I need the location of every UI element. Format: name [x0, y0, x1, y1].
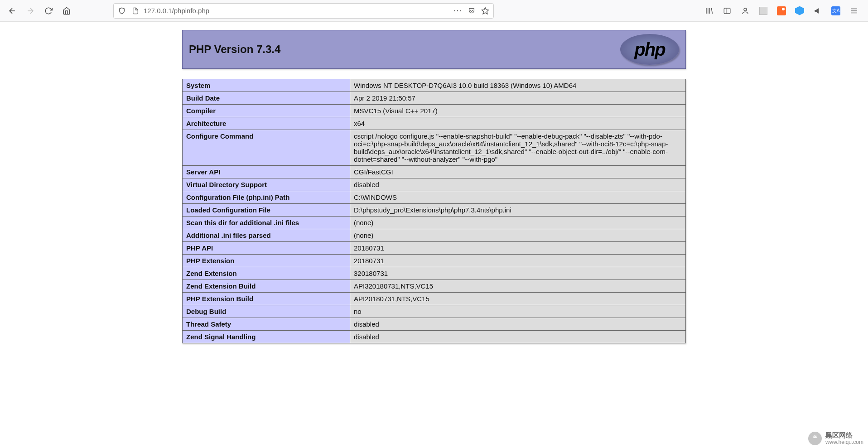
- table-row: Additional .ini files parsed(none): [183, 229, 686, 242]
- table-row: Debug Buildno: [183, 305, 686, 318]
- phpinfo-key: Virtual Directory Support: [183, 178, 350, 191]
- home-button[interactable]: [59, 3, 74, 19]
- phpinfo-value: 20180731: [350, 255, 686, 267]
- phpinfo-value: Windows NT DESKTOP-D7Q6AI3 10.0 build 18…: [350, 79, 686, 92]
- phpinfo-key: Loaded Configuration File: [183, 204, 350, 217]
- extension-generic-icon[interactable]: [757, 5, 769, 17]
- pocket-icon[interactable]: [466, 5, 477, 16]
- extension-translate-icon[interactable]: 文A: [830, 5, 842, 17]
- arrow-left-icon: [8, 6, 17, 15]
- url-bar[interactable]: ···: [113, 3, 494, 19]
- table-row: Loaded Configuration FileD:\phpstudy_pro…: [183, 204, 686, 217]
- table-row: PHP Extension20180731: [183, 255, 686, 267]
- phpinfo-key: Architecture: [183, 117, 350, 130]
- reload-button[interactable]: [41, 3, 56, 19]
- url-input[interactable]: [144, 7, 450, 14]
- phpinfo-title: PHP Version 7.3.4: [189, 43, 280, 56]
- phpinfo-key: Additional .ini files parsed: [183, 229, 350, 242]
- phpinfo-key: Scan this dir for additional .ini files: [183, 217, 350, 229]
- sidebar-icon[interactable]: [721, 5, 733, 17]
- phpinfo-key: Thread Safety: [183, 318, 350, 331]
- table-row: Zend Extension BuildAPI320180731,NTS,VC1…: [183, 280, 686, 293]
- table-row: SystemWindows NT DESKTOP-D7Q6AI3 10.0 bu…: [183, 79, 686, 92]
- phpinfo-value: (none): [350, 217, 686, 229]
- menu-icon[interactable]: [848, 5, 860, 17]
- phpinfo-value: CGI/FastCGI: [350, 166, 686, 178]
- phpinfo-value: disabled: [350, 178, 686, 191]
- extension-hexagon-icon[interactable]: [794, 5, 805, 17]
- phpinfo-value: API320180731,NTS,VC15: [350, 280, 686, 293]
- forward-button[interactable]: [23, 3, 38, 19]
- table-row: Configuration File (php.ini) PathC:\WIND…: [183, 191, 686, 204]
- phpinfo-key: Configuration File (php.ini) Path: [183, 191, 350, 204]
- reload-icon: [44, 7, 53, 15]
- phpinfo-key: Compiler: [183, 105, 350, 117]
- table-row: PHP API20180731: [183, 242, 686, 255]
- watermark-url: www.heiqu.com: [825, 439, 863, 445]
- phpinfo-key: PHP API: [183, 242, 350, 255]
- url-bar-container: ···: [113, 3, 494, 19]
- home-icon: [63, 7, 71, 15]
- arrow-right-icon: [26, 6, 35, 15]
- toolbar-right-icons: 文A: [703, 5, 863, 17]
- phpinfo-key: Debug Build: [183, 305, 350, 318]
- phpinfo-value: D:\phpstudy_pro\Extensions\php\php7.3.4n…: [350, 204, 686, 217]
- phpinfo-header: PHP Version 7.3.4 php: [182, 30, 686, 69]
- phpinfo-value: no: [350, 305, 686, 318]
- svg-rect-1: [724, 8, 730, 14]
- page-viewport[interactable]: PHP Version 7.3.4 php SystemWindows NT D…: [0, 22, 868, 448]
- browser-toolbar: ··· 文A: [0, 0, 868, 22]
- table-row: Zend Extension320180731: [183, 267, 686, 280]
- table-row: CompilerMSVC15 (Visual C++ 2017): [183, 105, 686, 117]
- svg-point-3: [744, 8, 747, 11]
- phpinfo-table: SystemWindows NT DESKTOP-D7Q6AI3 10.0 bu…: [182, 79, 686, 343]
- phpinfo-value: disabled: [350, 331, 686, 343]
- watermark: ❝ 黑区网络 www.heiqu.com: [808, 432, 863, 445]
- table-row: Virtual Directory Supportdisabled: [183, 178, 686, 191]
- watermark-name: 黑区网络: [825, 432, 863, 439]
- phpinfo-page: PHP Version 7.3.4 php SystemWindows NT D…: [182, 30, 686, 448]
- phpinfo-value: Apr 2 2019 21:50:57: [350, 92, 686, 105]
- php-logo-text: php: [634, 39, 665, 60]
- account-icon[interactable]: [739, 5, 751, 17]
- phpinfo-value: (none): [350, 229, 686, 242]
- page-actions-icon[interactable]: ···: [453, 5, 463, 16]
- phpinfo-value: API20180731,NTS,VC15: [350, 293, 686, 305]
- phpinfo-value: 20180731: [350, 242, 686, 255]
- table-row: PHP Extension BuildAPI20180731,NTS,VC15: [183, 293, 686, 305]
- table-row: Thread Safetydisabled: [183, 318, 686, 331]
- phpinfo-key: PHP Extension: [183, 255, 350, 267]
- tracking-protection-icon[interactable]: [116, 5, 127, 16]
- phpinfo-value: 320180731: [350, 267, 686, 280]
- table-row: Build DateApr 2 2019 21:50:57: [183, 92, 686, 105]
- phpinfo-value: x64: [350, 117, 686, 130]
- table-row: Server APICGI/FastCGI: [183, 166, 686, 178]
- site-info-icon[interactable]: [130, 5, 141, 16]
- phpinfo-key: PHP Extension Build: [183, 293, 350, 305]
- phpinfo-key: Server API: [183, 166, 350, 178]
- svg-marker-0: [482, 7, 489, 14]
- phpinfo-key: Zend Extension Build: [183, 280, 350, 293]
- table-row: Zend Signal Handlingdisabled: [183, 331, 686, 343]
- library-icon[interactable]: [703, 5, 715, 17]
- php-logo: php: [620, 34, 679, 65]
- phpinfo-key: Zend Extension: [183, 267, 350, 280]
- phpinfo-key: Build Date: [183, 92, 350, 105]
- table-row: Architecturex64: [183, 117, 686, 130]
- phpinfo-value: C:\WINDOWS: [350, 191, 686, 204]
- phpinfo-value: cscript /nologo configure.js "--enable-s…: [350, 130, 686, 166]
- bookmark-star-icon[interactable]: [480, 5, 491, 16]
- phpinfo-value: MSVC15 (Visual C++ 2017): [350, 105, 686, 117]
- extension-megaphone-icon[interactable]: [812, 5, 824, 17]
- phpinfo-key: System: [183, 79, 350, 92]
- phpinfo-value: disabled: [350, 318, 686, 331]
- extension-orange-icon[interactable]: [776, 5, 787, 17]
- back-button[interactable]: [5, 3, 20, 19]
- table-row: Scan this dir for additional .ini files(…: [183, 217, 686, 229]
- table-row: Configure Commandcscript /nologo configu…: [183, 130, 686, 166]
- phpinfo-key: Configure Command: [183, 130, 350, 166]
- watermark-bubble-icon: ❝: [808, 432, 822, 445]
- phpinfo-key: Zend Signal Handling: [183, 331, 350, 343]
